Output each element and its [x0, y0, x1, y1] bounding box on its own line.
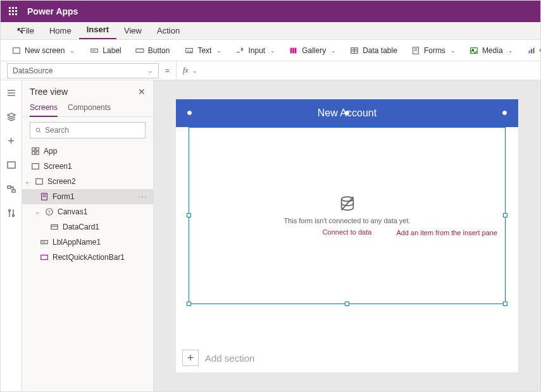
rail-insert-icon[interactable]: + — [6, 136, 16, 146]
svg-rect-6 — [9, 13, 11, 15]
tree-node-rectquick[interactable]: RectQuickActionBar1 — [22, 250, 153, 265]
tree-node-datacard1[interactable]: DataCard1 — [22, 219, 153, 235]
ribbon: New screen⌄ Label Button Aa Text⌄ Input⌄… — [1, 40, 540, 61]
add-section-button[interactable]: + Add section — [182, 350, 254, 366]
selection-handle[interactable] — [345, 111, 349, 115]
svg-rect-20 — [295, 47, 297, 53]
tree-search-input[interactable] — [45, 126, 140, 135]
tree-list: App Screen1 ⌄ Screen2 Form1 ··· ⌄ ? Canv… — [22, 144, 153, 391]
tree-search[interactable] — [30, 122, 146, 138]
tree-panel: Tree view ✕ Screens Components App Scree… — [22, 80, 154, 391]
svg-point-41 — [8, 210, 10, 212]
selection-handle[interactable] — [187, 213, 191, 217]
rail-flow-icon[interactable] — [6, 184, 16, 194]
node-label: LblAppName1 — [53, 238, 101, 247]
ribbon-button-text: Button — [148, 46, 170, 55]
tree-node-screen1[interactable]: Screen1 — [22, 159, 153, 174]
ribbon-charts[interactable]: Charts⌄ — [521, 46, 541, 55]
selection-handle[interactable] — [503, 213, 507, 217]
tree-node-app[interactable]: App — [22, 144, 153, 159]
menu-file[interactable]: File — [13, 23, 42, 39]
selection-handle[interactable] — [187, 302, 191, 306]
svg-rect-40 — [12, 190, 15, 192]
expander-icon[interactable]: ⌄ — [34, 209, 41, 215]
menu-bar: File Home Insert View Action — [1, 22, 540, 40]
media-icon — [469, 46, 478, 55]
svg-line-64 — [341, 197, 353, 210]
rail-tree-icon[interactable] — [6, 88, 16, 98]
menu-view[interactable]: View — [116, 23, 149, 39]
tree-node-lblappname[interactable]: LblAppName1 — [22, 235, 153, 250]
ribbon-button[interactable]: Button — [129, 46, 177, 55]
tab-screens[interactable]: Screens — [30, 101, 58, 117]
svg-rect-38 — [8, 162, 15, 168]
ribbon-gallery[interactable]: Gallery⌄ — [283, 46, 342, 55]
insert-pane-link[interactable]: Add an item from the insert pane — [396, 229, 497, 236]
waffle-icon[interactable] — [8, 6, 18, 16]
ribbon-new-screen[interactable]: New screen⌄ — [6, 46, 81, 55]
svg-point-43 — [12, 215, 14, 217]
data-table-icon — [350, 46, 359, 55]
menu-home[interactable]: Home — [42, 23, 79, 39]
property-selector[interactable]: DataSource ⌄ — [7, 63, 159, 78]
canvas-icon: ? — [45, 207, 54, 216]
svg-rect-32 — [533, 47, 534, 53]
tree-node-screen2[interactable]: ⌄ Screen2 — [22, 174, 153, 189]
rail-media-icon[interactable] — [6, 160, 16, 170]
connect-data-link[interactable]: Connect to data — [323, 228, 372, 236]
more-icon[interactable]: ··· — [138, 192, 148, 201]
svg-point-16 — [242, 48, 244, 50]
label-icon — [90, 46, 99, 55]
selection-handle[interactable] — [187, 111, 192, 115]
fx-box[interactable]: fx ⌄ — [176, 61, 204, 80]
svg-rect-47 — [32, 148, 35, 150]
left-rail: + — [1, 80, 22, 391]
ribbon-input[interactable]: Input⌄ — [229, 46, 282, 55]
screen-icon — [31, 162, 40, 171]
menu-action[interactable]: Action — [149, 23, 187, 39]
tab-components[interactable]: Components — [68, 101, 111, 116]
svg-rect-51 — [32, 164, 39, 169]
screen-preview[interactable]: New Account This form isn't connected to… — [176, 99, 518, 372]
screen-header[interactable]: New Account — [176, 99, 518, 127]
close-icon[interactable]: ✕ — [138, 87, 146, 97]
node-label: Canvas1 — [58, 207, 87, 216]
selection-handle[interactable] — [502, 111, 507, 115]
svg-text:Aa: Aa — [187, 48, 192, 52]
tree-node-form1[interactable]: Form1 ··· — [22, 189, 153, 204]
node-label: DataCard1 — [63, 223, 99, 231]
chevron-down-icon: ⌄ — [148, 68, 153, 74]
ribbon-text[interactable]: Aa Text⌄ — [178, 46, 228, 55]
charts-icon — [527, 46, 536, 55]
svg-rect-9 — [13, 47, 20, 53]
chevron-down-icon: ⌄ — [508, 47, 513, 54]
rail-advanced-icon[interactable] — [6, 208, 16, 218]
svg-rect-2 — [15, 7, 17, 9]
ribbon-forms[interactable]: Forms⌄ — [405, 46, 462, 55]
selection-handle[interactable] — [345, 302, 349, 306]
svg-rect-5 — [15, 10, 17, 12]
text-icon: Aa — [185, 46, 194, 55]
svg-rect-49 — [32, 152, 35, 154]
ribbon-data-table[interactable]: Data table — [344, 46, 404, 55]
tree-node-canvas1[interactable]: ⌄ ? Canvas1 — [22, 204, 153, 219]
ribbon-label[interactable]: Label — [84, 46, 127, 55]
formula-bar: DataSource ⌄ = fx ⌄ — [1, 61, 540, 80]
selection-handle[interactable] — [503, 302, 507, 306]
ribbon-label-text: Label — [103, 46, 121, 55]
svg-rect-1 — [12, 7, 14, 9]
property-name: DataSource — [13, 66, 53, 75]
svg-rect-8 — [15, 13, 17, 15]
svg-rect-12 — [136, 49, 144, 52]
ribbon-media-label: Media — [482, 46, 503, 55]
rail-data-icon[interactable] — [6, 112, 16, 122]
button-icon — [135, 46, 144, 55]
ribbon-media[interactable]: Media⌄ — [463, 46, 519, 55]
svg-rect-58 — [51, 225, 58, 230]
formula-input[interactable] — [204, 61, 540, 80]
menu-insert[interactable]: Insert — [79, 22, 116, 39]
form-control[interactable]: This form isn't connected to any data ye… — [189, 127, 506, 304]
svg-rect-30 — [528, 51, 530, 53]
expander-icon[interactable]: ⌄ — [23, 178, 31, 185]
search-icon — [35, 126, 41, 134]
